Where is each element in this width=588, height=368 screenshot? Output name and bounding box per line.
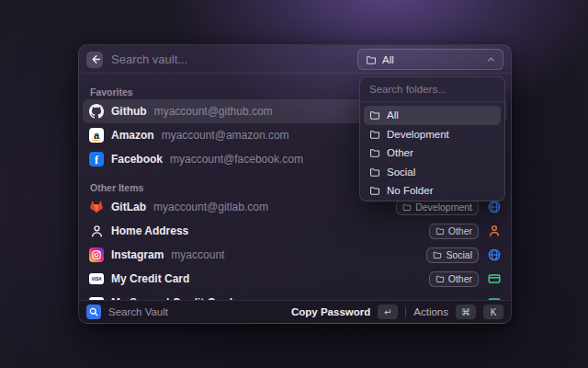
github-logo-icon [89, 104, 104, 119]
folder-option-social[interactable]: Social [364, 163, 501, 182]
arrow-left-icon [90, 54, 100, 64]
folder-icon [369, 185, 380, 196]
folder-icon [433, 250, 442, 259]
folder-icon [369, 109, 380, 121]
visa-card-icon: VISA [89, 271, 104, 286]
folder-option-all[interactable]: All [364, 106, 501, 125]
item-title: GitLab [111, 201, 146, 213]
chevron-up-icon [487, 55, 495, 63]
item-title: Facebook [111, 153, 163, 166]
list-item-instagram[interactable]: Instagram myaccount Social [83, 243, 507, 267]
folder-icon [435, 274, 445, 283]
item-subtitle: myaccount@github.com [154, 105, 273, 118]
vault-window: Search vault... All Favorites Github mya… [78, 44, 512, 324]
folder-search-input[interactable]: Search folders... [360, 77, 504, 102]
vault-search-input[interactable]: Search vault... [111, 52, 357, 66]
list-item-my-second-credit-card[interactable]: My Second Credit Card [83, 291, 507, 300]
back-button[interactable] [86, 52, 103, 68]
item-title: Amazon [111, 129, 154, 142]
folder-icon [369, 167, 380, 178]
item-subtitle: myaccount@amazon.com [162, 129, 289, 142]
k-keycap: K [483, 305, 503, 319]
amazon-logo-icon: a [89, 128, 104, 143]
folder-filter-value: All [382, 54, 481, 65]
credit-card-icon [487, 272, 501, 286]
folder-icon [369, 129, 380, 140]
folder-badge: Social [426, 247, 479, 263]
facebook-logo-icon: f [89, 152, 104, 167]
divider [405, 307, 406, 317]
item-title: Instagram [111, 248, 164, 261]
app-name: Search Vault [108, 306, 284, 317]
instagram-logo-icon [89, 247, 104, 262]
folder-badge: Other [429, 271, 479, 287]
search-topbar: Search vault... All [79, 45, 511, 74]
list-item-my-credit-card[interactable]: VISA My Credit Card Other [83, 267, 507, 291]
item-subtitle: myaccount@facebook.com [170, 153, 303, 166]
folder-option-no-folder[interactable]: No Folder [364, 181, 501, 201]
item-title: My Credit Card [111, 272, 189, 285]
folder-icon [369, 147, 380, 158]
person-type-icon [487, 224, 501, 238]
folder-option-development[interactable]: Development [364, 125, 501, 144]
copy-password-action[interactable]: Copy Password [291, 306, 370, 317]
folder-badge: Other [429, 224, 479, 239]
globe-icon [487, 248, 501, 262]
actions-menu-button[interactable]: Actions [413, 306, 448, 317]
action-bar: Search Vault Copy Password ↵ Actions ⌘ K [79, 300, 511, 323]
folder-option-other[interactable]: Other [364, 144, 501, 163]
cmd-keycap: ⌘ [456, 305, 476, 319]
item-subtitle: myaccount [171, 248, 224, 261]
search-icon [86, 305, 101, 319]
folder-icon [366, 54, 377, 65]
item-title: Github [111, 105, 147, 118]
person-icon [89, 224, 104, 238]
enter-keycap: ↵ [378, 305, 398, 319]
folder-filter-dropdown[interactable]: All [357, 49, 503, 70]
folder-icon [402, 202, 412, 212]
folder-dropdown-panel: Search folders... All Development Other … [359, 76, 505, 201]
item-title: Home Address [111, 224, 188, 237]
item-subtitle: myaccount@gitlab.com [153, 201, 268, 213]
folder-icon [435, 226, 445, 236]
list-item-home-address[interactable]: Home Address Other [83, 219, 507, 243]
gitlab-logo-icon [89, 200, 104, 214]
